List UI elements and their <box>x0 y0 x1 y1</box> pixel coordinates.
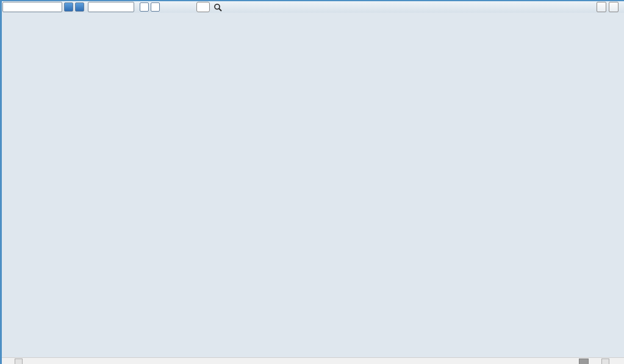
search-icon <box>213 3 222 12</box>
range-select[interactable] <box>2 2 62 12</box>
charts-canvas <box>0 1 624 364</box>
window-left-border <box>0 1 2 364</box>
bars-remove-button[interactable] <box>151 2 160 12</box>
scrollbar-thumb[interactable] <box>579 359 589 364</box>
horizontal-scrollbar[interactable] <box>0 357 624 364</box>
bars-add-button[interactable] <box>140 2 149 12</box>
indicators-button[interactable] <box>597 2 606 12</box>
top-toolbar <box>0 1 624 13</box>
scroll-left-icon[interactable] <box>34 359 42 364</box>
interval-select[interactable] <box>88 2 134 12</box>
chart-title-box[interactable] <box>196 2 210 12</box>
vantagepoint-chart-window <box>0 0 624 364</box>
views-button[interactable] <box>609 2 619 12</box>
range-zoom-in-button[interactable] <box>64 2 73 12</box>
scroll-add2-button[interactable] <box>601 359 609 364</box>
scroll-right-icon[interactable] <box>590 359 598 364</box>
scroll-add-button[interactable] <box>15 359 23 364</box>
search-button[interactable] <box>213 3 224 12</box>
range-zoom-out-button[interactable] <box>75 2 84 12</box>
